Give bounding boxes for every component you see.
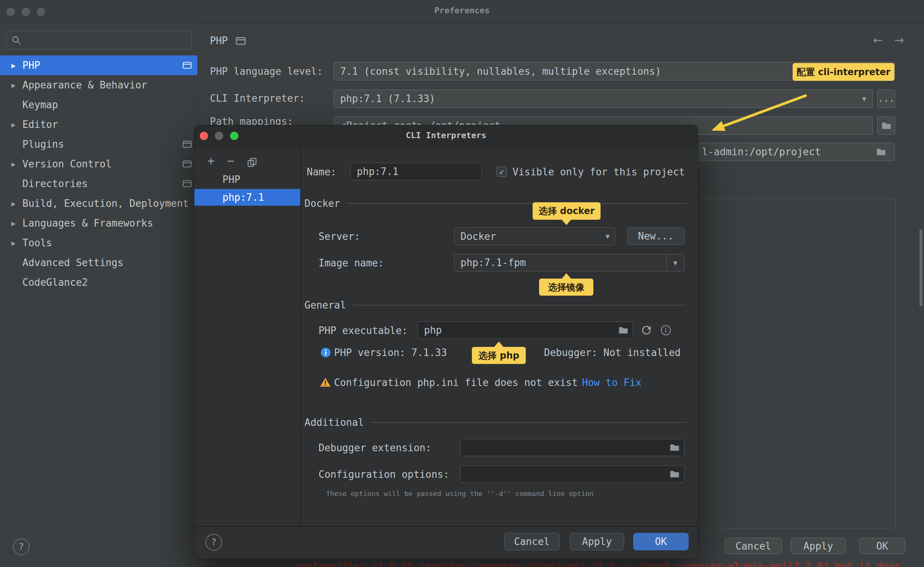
sidebar-item-label: Advanced Settings bbox=[22, 257, 123, 268]
screen-badge-icon bbox=[182, 140, 192, 148]
chevron-right-icon[interactable]: ▸ bbox=[11, 80, 16, 90]
sidebar-item-version-control[interactable]: ▸ Version Control bbox=[0, 154, 197, 174]
cli-interpreter-more-button[interactable]: ... bbox=[877, 90, 895, 108]
help-button[interactable]: ? bbox=[13, 539, 30, 555]
folder-icon[interactable] bbox=[670, 443, 680, 452]
sidebar-item-tools[interactable]: ▸ Tools bbox=[0, 233, 197, 253]
how-to-fix-link[interactable]: How to Fix bbox=[582, 377, 642, 388]
apply-button[interactable]: Apply bbox=[570, 533, 624, 550]
folder-icon[interactable] bbox=[876, 147, 886, 157]
composer-log-text: symfony/flex v1.0.80 requires composer-p… bbox=[294, 561, 900, 567]
annotation-choose-docker: 选择 docker bbox=[533, 202, 601, 220]
screen-badge-icon bbox=[182, 61, 192, 69]
info-icon[interactable] bbox=[661, 325, 671, 335]
section-general: General bbox=[304, 300, 686, 310]
dialog-title: CLI Interpreters bbox=[194, 131, 698, 140]
chevron-right-icon[interactable]: ▸ bbox=[11, 238, 16, 248]
annotation-choose-image: 选择镜像 bbox=[539, 279, 593, 296]
visible-only-label[interactable]: Visible only for this project bbox=[512, 166, 685, 178]
window-title: Preferences bbox=[0, 6, 924, 15]
cancel-button[interactable]: Cancel bbox=[504, 533, 560, 550]
warning-icon bbox=[320, 377, 331, 387]
section-divider bbox=[347, 203, 686, 204]
chevron-down-icon[interactable]: ▾ bbox=[862, 94, 866, 104]
sidebar-item-label: Build, Execution, Deployment bbox=[22, 198, 189, 209]
debugger-status-text: Debugger: Not installed bbox=[544, 347, 681, 358]
chevron-down-icon: ▾ bbox=[673, 258, 677, 268]
forward-icon[interactable]: → bbox=[894, 33, 904, 47]
sidebar-item-appearance-behavior[interactable]: ▸ Appearance & Behavior bbox=[0, 75, 197, 95]
dialog-footer-divider bbox=[194, 526, 698, 527]
sidebar-item-plugins[interactable]: Plugins bbox=[0, 134, 197, 154]
info-icon bbox=[320, 347, 331, 358]
annotation-choose-php: 选择 php bbox=[472, 347, 526, 364]
sidebar-item-editor[interactable]: ▸ Editor bbox=[0, 115, 197, 134]
chevron-right-icon[interactable]: ▸ bbox=[11, 219, 16, 228]
sidebar-item-label: Plugins bbox=[22, 139, 64, 150]
chevron-down-icon[interactable]: ▾ bbox=[605, 232, 610, 241]
sidebar-item-directories[interactable]: Directories bbox=[0, 174, 197, 194]
language-level-label: PHP language level: bbox=[210, 66, 323, 77]
chevron-right-icon[interactable]: ▸ bbox=[11, 61, 16, 70]
scrollbar-thumb[interactable] bbox=[919, 230, 922, 306]
sidebar-item-label: Keymap bbox=[22, 99, 58, 110]
sidebar-item-keymap[interactable]: Keymap bbox=[0, 95, 197, 115]
interpreter-list-item-selected[interactable]: php:7.1 bbox=[194, 189, 300, 206]
refresh-icon[interactable] bbox=[641, 324, 652, 336]
annotation-tail bbox=[494, 342, 504, 347]
annotation-tail bbox=[561, 219, 571, 225]
folder-icon[interactable] bbox=[670, 469, 680, 479]
remove-interpreter-icon[interactable]: − bbox=[227, 155, 234, 167]
check-icon: ✓ bbox=[499, 167, 504, 176]
sidebar-item-label: Version Control bbox=[22, 158, 112, 170]
image-dropdown-button[interactable]: ▾ bbox=[666, 254, 684, 271]
sidebar-item-codeglance2[interactable]: CodeGlance2 bbox=[0, 272, 197, 292]
cli-interpreters-dialog: CLI Interpreters + − PHP php:7.1 Name: p… bbox=[194, 125, 698, 559]
php-executable-input[interactable]: php bbox=[418, 321, 633, 339]
screen-badge-icon bbox=[182, 160, 192, 168]
debugger-extension-input[interactable] bbox=[460, 439, 684, 456]
name-input[interactable]: php:7.1 bbox=[350, 163, 482, 180]
sidebar-item-advanced-settings[interactable]: Advanced Settings bbox=[0, 253, 197, 272]
folder-icon[interactable] bbox=[618, 325, 628, 335]
php-version-text: PHP version: 7.1.33 bbox=[334, 347, 447, 358]
chevron-right-icon[interactable]: ▸ bbox=[11, 120, 16, 129]
configuration-options-label: Configuration options: bbox=[319, 469, 449, 480]
search-icon bbox=[11, 35, 21, 45]
sidebar-item-languages-frameworks[interactable]: ▸ Languages & Frameworks bbox=[0, 213, 197, 233]
dialog-pane-divider bbox=[300, 146, 301, 526]
image-name-select[interactable]: php:7.1-fpm ▾ bbox=[454, 254, 684, 271]
cancel-button[interactable]: Cancel bbox=[725, 538, 782, 554]
configuration-options-input[interactable] bbox=[460, 465, 684, 483]
chevron-right-icon[interactable]: ▸ bbox=[11, 199, 16, 208]
ok-button[interactable]: OK bbox=[633, 533, 689, 550]
section-docker: Docker bbox=[304, 198, 686, 209]
sidebar-item-label: Languages & Frameworks bbox=[22, 217, 153, 229]
screen-badge-icon bbox=[182, 180, 192, 187]
sidebar-item-label: Editor bbox=[22, 119, 58, 130]
path-mappings-browse-button[interactable] bbox=[877, 117, 895, 135]
search-input[interactable] bbox=[6, 31, 192, 49]
preferences-window: Preferences ▸ PHP ▸ Appearance & Behavio… bbox=[0, 0, 924, 567]
chevron-right-icon[interactable]: ▸ bbox=[11, 159, 16, 169]
sidebar-item-build-execution-deployment[interactable]: ▸ Build, Execution, Deployment bbox=[0, 194, 197, 213]
back-icon[interactable]: ← bbox=[873, 33, 883, 47]
copy-interpreter-icon[interactable] bbox=[247, 157, 257, 168]
interpreter-group-label[interactable]: PHP bbox=[222, 174, 240, 185]
page-title: PHP bbox=[210, 35, 228, 46]
apply-button[interactable]: Apply bbox=[791, 538, 846, 554]
visible-only-checkbox[interactable]: ✓ bbox=[497, 167, 507, 177]
sidebar-item-label: Tools bbox=[22, 237, 52, 249]
settings-sidebar: ▸ PHP ▸ Appearance & Behavior Keymap ▸ E… bbox=[0, 24, 198, 567]
ok-button[interactable]: OK bbox=[859, 538, 905, 554]
help-button[interactable]: ? bbox=[205, 534, 222, 551]
server-label: Server: bbox=[319, 231, 360, 242]
add-interpreter-icon[interactable]: + bbox=[207, 155, 214, 167]
server-select[interactable]: Docker ▾ bbox=[454, 227, 615, 245]
sidebar-item-php[interactable]: ▸ PHP bbox=[0, 55, 197, 75]
cli-interpreter-label: CLI Interpreter: bbox=[210, 93, 305, 104]
sidebar-item-label: PHP bbox=[22, 60, 40, 71]
new-server-button[interactable]: New... bbox=[627, 227, 684, 245]
cli-interpreter-select[interactable]: php:7.1 (7.1.33) ▾ bbox=[334, 90, 873, 108]
config-warning-text: Configuration php.ini file does not exis… bbox=[334, 377, 578, 388]
